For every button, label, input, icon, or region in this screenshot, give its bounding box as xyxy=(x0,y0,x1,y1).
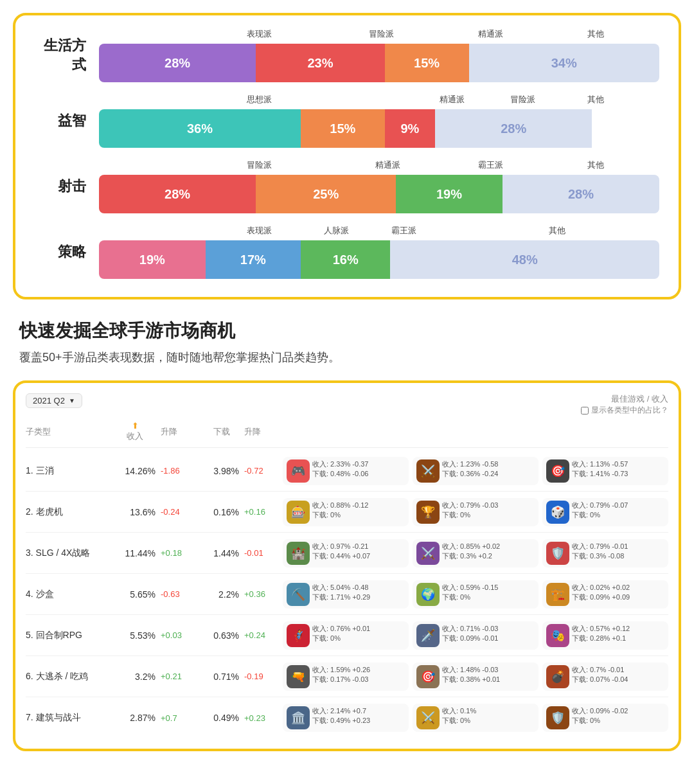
game-icon: 🎯 xyxy=(416,665,440,688)
bar-segment: 25% xyxy=(256,175,396,213)
game-icon: 🔫 xyxy=(287,665,310,688)
cell-dl-change: -0.19 xyxy=(244,672,283,681)
game-card: 🏆收入: 0.79% -0.03下载: 0% xyxy=(413,498,538,526)
game-info: 收入: 0.88% -0.12下载: 0% xyxy=(312,501,368,521)
game-card: 🛡️收入: 0.79% -0.01下载: 0.3% -0.08 xyxy=(542,539,668,567)
bar-segment: 28% xyxy=(503,175,659,213)
game-icon: 💣 xyxy=(546,665,569,688)
game-card: 🔫收入: 1.59% +0.26下载: 0.17% -0.03 xyxy=(283,663,409,691)
game-info: 收入: 0.85% +0.02下载: 0.3% +0.2 xyxy=(442,542,500,562)
cell-dl-change: -0.01 xyxy=(244,548,283,558)
game-info: 收入: 0.7% -0.01下载: 0.07% -0.04 xyxy=(572,665,628,685)
game-info: 收入: 1.48% -0.03下载: 0.38% +0.01 xyxy=(442,665,500,685)
bar-segment: 28% xyxy=(99,175,256,213)
segment-label: 精通派 xyxy=(375,159,400,171)
cell-rev-change: +0.03 xyxy=(161,630,199,640)
segment-label: 精通派 xyxy=(478,28,503,40)
bar-segment: 36% xyxy=(99,109,301,148)
game-info: 收入: 1.13% -0.57下载: 1.41% -0.73 xyxy=(572,459,628,479)
genre-row: 策略表现派人脉派霸王派其他19%17%16%48% xyxy=(35,225,659,279)
cell-subtype: 2. 老虎机 xyxy=(26,506,109,518)
show-ratio-toggle[interactable]: 显示各类型中的占比？ xyxy=(581,405,668,416)
cell-subtype: 7. 建筑与战斗 xyxy=(26,712,109,724)
game-info: 收入: 5.04% -0.48下载: 1.71% +0.29 xyxy=(312,583,370,603)
segment-label: 冒险派 xyxy=(247,159,272,171)
genre-row: 益智思想派精通派冒险派其他36%15%9%28% xyxy=(35,94,659,148)
segment-label: 其他 xyxy=(587,28,604,40)
game-info: 收入: 0.71% -0.03下载: 0.09% -0.01 xyxy=(442,624,498,644)
table-row: 6. 大逃杀 / 吃鸡 3.2% +0.21 0.71% -0.19 🔫收入: … xyxy=(26,656,668,697)
table-row: 5. 回合制RPG 5.53% +0.03 0.63% +0.24 🦸收入: 0… xyxy=(26,615,668,656)
game-info: 收入: 2.14% +0.7下载: 0.49% +0.23 xyxy=(312,706,370,726)
bar-segment: 28% xyxy=(435,109,592,148)
best-games-label: 最佳游戏 / 收入 xyxy=(611,393,668,405)
game-icon: 🏆 xyxy=(416,501,440,524)
game-info: 收入: 0.79% -0.07下载: 0% xyxy=(572,501,628,521)
game-icon: 🎯 xyxy=(546,459,569,483)
table-header: 子类型 ⬆ 收入 升降 下载 升降 xyxy=(26,421,668,448)
cell-games: ⛏️收入: 5.04% -0.48下载: 1.71% +0.29🌍收入: 0.5… xyxy=(283,580,668,609)
genre-label: 策略 xyxy=(35,242,86,262)
game-card: 🎮收入: 2.33% -0.37下载: 0.48% -0.06 xyxy=(283,457,409,485)
genre-label: 生活方式 xyxy=(35,36,86,75)
cell-subtype: 5. 回合制RPG xyxy=(26,630,109,641)
quarter-selector[interactable]: 2021 Q2 ▼ xyxy=(26,393,82,408)
game-card: 🎯收入: 1.48% -0.03下载: 0.38% +0.01 xyxy=(413,663,538,691)
cell-subtype: 1. 三消 xyxy=(26,465,109,477)
segment-label: 冒险派 xyxy=(510,94,535,105)
game-icon: 🎮 xyxy=(287,459,310,483)
cell-games: 🎮收入: 2.33% -0.37下载: 0.48% -0.06⚔️收入: 1.2… xyxy=(283,457,668,485)
game-icon: 🎲 xyxy=(546,501,569,524)
segment-label: 精通派 xyxy=(440,94,465,105)
game-icon: ⚔️ xyxy=(416,542,440,565)
segment-label: 人脉派 xyxy=(324,225,349,236)
game-icon: 🎰 xyxy=(287,501,310,524)
game-icon: 🏛️ xyxy=(287,706,310,729)
genre-chart-card: 生活方式表现派冒险派精通派其他28%23%15%34%益智思想派精通派冒险派其他… xyxy=(13,13,681,299)
game-icon: 🌍 xyxy=(416,583,440,606)
market-data-card: 2021 Q2 ▼ 最佳游戏 / 收入 显示各类型中的占比？ 子类型 ⬆ 收入 … xyxy=(13,380,681,751)
cell-dl-change: +0.16 xyxy=(244,507,283,517)
game-card: ⛏️收入: 5.04% -0.48下载: 1.71% +0.29 xyxy=(283,580,409,609)
game-icon: ⚔️ xyxy=(416,459,440,483)
segment-label: 其他 xyxy=(587,159,604,171)
cell-download: 0.71% xyxy=(199,672,244,682)
game-info: 收入: 1.59% +0.26下载: 0.17% -0.03 xyxy=(312,665,370,685)
genre-label: 益智 xyxy=(35,111,86,130)
cell-dl-change: +0.23 xyxy=(244,713,283,723)
cell-revenue: 14.26% xyxy=(109,466,161,476)
game-icon: 🗡️ xyxy=(416,624,440,647)
quarter-label: 2021 Q2 xyxy=(33,396,65,405)
bar-segment: 19% xyxy=(396,175,503,213)
game-card: ⚔️收入: 1.23% -0.58下载: 0.36% -0.24 xyxy=(413,457,538,485)
segment-label: 霸王派 xyxy=(478,159,503,171)
game-icon: 🎭 xyxy=(546,624,569,647)
game-info: 收入: 2.33% -0.37下载: 0.48% -0.06 xyxy=(312,459,368,479)
bar-segment: 28% xyxy=(99,44,256,82)
cell-revenue: 5.65% xyxy=(109,589,161,600)
table-row: 1. 三消 14.26% -1.86 3.98% -0.72 🎮收入: 2.33… xyxy=(26,450,668,492)
game-card: 🦸收入: 0.76% +0.01下载: 0% xyxy=(283,621,409,650)
cell-games: 🦸收入: 0.76% +0.01下载: 0%🗡️收入: 0.71% -0.03下… xyxy=(283,621,668,650)
game-icon: 🛡️ xyxy=(546,542,569,565)
cell-subtype: 3. SLG / 4X战略 xyxy=(26,548,109,559)
segment-label: 思想派 xyxy=(247,94,272,105)
revenue-sort-icon[interactable]: ⬆ xyxy=(132,421,139,431)
bar-segment: 19% xyxy=(99,240,206,279)
dropdown-arrow-icon: ▼ xyxy=(69,397,75,404)
segment-label: 表现派 xyxy=(247,225,272,236)
game-info: 收入: 0.02% +0.02下载: 0.09% +0.09 xyxy=(572,583,630,603)
segment-label: 其他 xyxy=(549,225,565,236)
cell-rev-change: +0.7 xyxy=(161,713,199,723)
cell-rev-change: -0.63 xyxy=(161,589,199,599)
table-row: 2. 老虎机 13.6% -0.24 0.16% +0.16 🎰收入: 0.88… xyxy=(26,492,668,533)
game-icon: 🦸 xyxy=(287,624,310,647)
game-info: 收入: 0.1%下载: 0% xyxy=(442,706,476,726)
game-card: 🏗️收入: 0.02% +0.02下载: 0.09% +0.09 xyxy=(542,580,668,609)
game-info: 收入: 0.59% -0.15下载: 0% xyxy=(442,583,498,603)
cell-rev-change: +0.21 xyxy=(161,672,199,681)
game-info: 收入: 0.79% -0.01下载: 0.3% -0.08 xyxy=(572,542,628,562)
cell-dl-change: +0.24 xyxy=(244,630,283,640)
bar-segment: 15% xyxy=(301,109,385,148)
cell-subtype: 4. 沙盒 xyxy=(26,589,109,600)
